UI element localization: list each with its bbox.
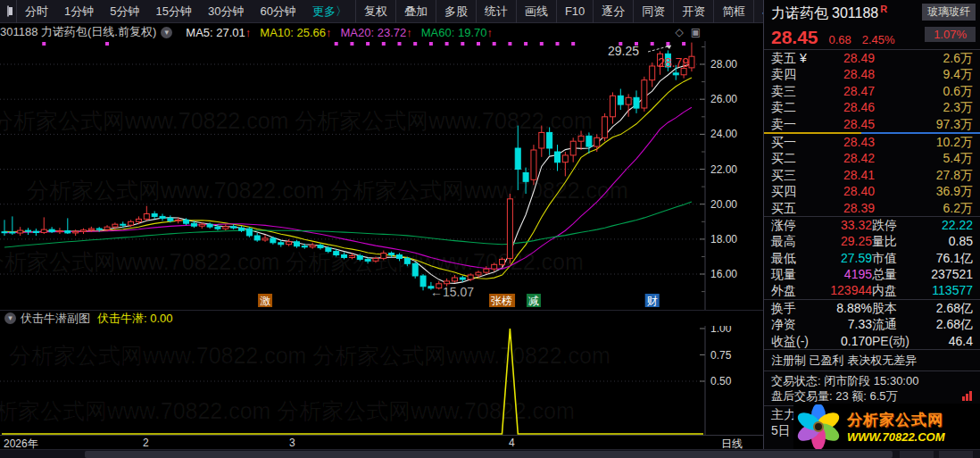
bid-row[interactable]: 买二28.425.4万: [764, 150, 980, 166]
sub-indicator-name: 伏击牛潜副图: [21, 311, 90, 327]
panel-toggle-icon[interactable]: ▣: [691, 26, 701, 38]
scrollbar-button[interactable]: [900, 451, 934, 458]
svg-text:财: 财: [647, 295, 658, 307]
svg-text:分析家公式网www.70822.com 分析家公式网www: 分析家公式网www.70822.com 分析家公式网www.70822.com: [27, 178, 628, 203]
toolbar-period-item[interactable]: 60分钟: [252, 0, 303, 23]
toolbar-period-item[interactable]: 30分钟: [200, 0, 252, 23]
bid-row[interactable]: 买一28.4310.2万: [764, 134, 980, 150]
ask-row[interactable]: 卖四28.489.4万: [764, 66, 980, 82]
toolbar-period-item[interactable]: 5分钟: [102, 0, 147, 23]
ma-label: MA20: 23.72↑: [341, 26, 412, 39]
svg-text:18.00: 18.00: [710, 233, 737, 246]
svg-text:分析家公式网www.70822.com 分析家公式网www: 分析家公式网www.70822.com 分析家公式网www.70822.com: [0, 108, 593, 133]
stock-code: 301188: [832, 5, 878, 21]
listing-flags: 注册制 已盈利 表决权无差异: [764, 350, 980, 371]
toolbar-tool-item[interactable]: 统计: [476, 0, 516, 23]
toolbar-period-item[interactable]: 分时: [16, 0, 56, 23]
svg-text:22.00: 22.00: [710, 163, 737, 176]
svg-text:张榜: 张榜: [491, 295, 512, 307]
toolbar-tool-item[interactable]: 逐分: [593, 0, 633, 23]
ma-label: MA60: 19.70↑: [421, 26, 493, 39]
scrollbar-button[interactable]: [939, 451, 973, 458]
ask-row[interactable]: 卖一28.4597.3万: [764, 116, 980, 132]
stats-block-2: 换手8.88%股本2.68亿净资7.33流通2.68亿收益(-)0.170PE(…: [764, 300, 980, 350]
stat-row: 涨停33.32跌停22.22: [764, 217, 980, 233]
industry-change: 1.07%: [925, 27, 976, 42]
order-book: 卖五 ¥28.492.6万卖四28.489.4万卖三28.470.6万卖二28.…: [764, 50, 980, 217]
toolbar-tool-item[interactable]: F10: [556, 0, 593, 23]
logo-url[interactable]: WWW.70822.COM: [847, 430, 945, 444]
quote-panel: 力诺药包301188R 玻璃玻纤 1.07% 28.45 0.68 2.45% …: [763, 0, 980, 449]
candlestick-chart[interactable]: 分析家公式网www.70822.com 分析家公式网www.70822.com分…: [0, 41, 763, 310]
scrollbar-thumb[interactable]: [85, 451, 893, 458]
logo-title: 分析家公式网: [847, 410, 945, 430]
svg-text:分析家公式网www.70822.com 分析家公式网www: 分析家公式网www.70822.com 分析家公式网www.70822.com: [0, 398, 575, 423]
svg-text:分析家公式网www.70822.com 分析家公式网www: 分析家公式网www.70822.com 分析家公式网www.70822.com: [9, 343, 610, 368]
toolbar-period-item[interactable]: 1分钟: [56, 0, 102, 23]
bar-chart-icon[interactable]: [962, 391, 973, 401]
flower-logo-icon: [793, 404, 845, 449]
diamond-icon[interactable]: ◇: [675, 26, 683, 38]
stat-row: 换手8.88%股本2.68亿: [764, 300, 980, 316]
toolbar-tool-item[interactable]: 开资: [673, 0, 713, 23]
svg-text:24.00: 24.00: [710, 128, 737, 140]
top-toolbar: 分时1分钟5分钟15分钟30分钟60分钟更多〉复权叠加多股统计画线F10逐分同资…: [0, 0, 763, 23]
ask-row[interactable]: 卖五 ¥28.492.6万: [764, 50, 980, 66]
svg-text:激: 激: [260, 295, 270, 307]
svg-text:←15.07: ←15.07: [430, 285, 474, 299]
stat-row: 现量4195总量237521: [764, 266, 980, 282]
ma-legend: MA5: 27.01↑MA10: 25.66↑MA20: 23.72↑MA60:…: [177, 26, 493, 39]
svg-text:1.00: 1.00: [710, 326, 732, 335]
chevron-down-icon[interactable]: ▾: [4, 312, 16, 324]
trading-app-window: 分时1分钟5分钟15分钟30分钟60分钟更多〉复权叠加多股统计画线F10逐分同资…: [0, 0, 980, 458]
industry-tag[interactable]: 玻璃玻纤: [922, 4, 976, 21]
time-axis-label: 2: [143, 437, 149, 449]
ask-row[interactable]: 卖三28.470.6万: [764, 83, 980, 99]
stat-row: 最低27.59市值76.1亿: [764, 250, 980, 266]
toolbar-tool-item[interactable]: 同资: [633, 0, 673, 23]
toolbar-tool-item[interactable]: 简框: [713, 0, 753, 23]
trade-status-block: 交易状态: 闭市阶段 15:30:00 盘后交易量: 23 额: 6.5万: [764, 371, 980, 406]
toolbar-tool-item[interactable]: 多股: [436, 0, 476, 23]
toolbar-tool-item[interactable]: 复权: [355, 0, 395, 23]
ask-row[interactable]: 卖二28.462.3万: [764, 99, 980, 115]
toolbar-period-item[interactable]: 15分钟: [147, 0, 199, 23]
bid-row[interactable]: 买三28.4127.8万: [764, 167, 980, 183]
toolbar-more-button[interactable]: 更多〉: [304, 0, 355, 23]
ma-label: MA5: 27.01↑: [186, 26, 251, 39]
site-logo: 分析家公式网 WWW.70822.COM: [793, 404, 980, 449]
stat-row: 净资7.33流通2.68亿: [764, 316, 980, 332]
chart-title: 301188 力诺药包(日线.前复权): [0, 24, 156, 40]
horizontal-scrollbar[interactable]: [0, 449, 980, 458]
svg-text:0.75: 0.75: [710, 349, 732, 362]
bid-row[interactable]: 买四28.4036.9万: [764, 183, 980, 199]
main-chart-header: 301188 力诺药包(日线.前复权) ▾ MA5: 27.01↑MA10: 2…: [0, 23, 763, 41]
toolbar-tool-item[interactable]: 叠加: [395, 0, 436, 23]
after-hours-line: 盘后交易量: 23 额: 6.5万: [771, 388, 973, 404]
svg-text:29.25: 29.25: [608, 44, 639, 58]
chart-area: 分时1分钟5分钟15分钟30分钟60分钟更多〉复权叠加多股统计画线F10逐分同资…: [0, 0, 763, 449]
trade-status: 交易状态: 闭市阶段 15:30:00: [771, 373, 973, 388]
sub-indicator-chart[interactable]: 分析家公式网www.70822.com 分析家公式网www.70822.com分…: [0, 326, 763, 435]
price-change-pct: 2.45%: [862, 33, 895, 46]
stat-row: 最高29.25量比0.85: [764, 233, 980, 249]
window-layout-icon[interactable]: [7, 5, 9, 17]
svg-text:28.00: 28.00: [710, 58, 737, 71]
sub-indicator-value: 伏击牛潜: 0.00: [97, 311, 173, 327]
toolbar-tool-item[interactable]: 画线: [516, 0, 556, 23]
svg-text:0.50: 0.50: [710, 375, 732, 387]
svg-text:减: 减: [528, 295, 539, 307]
ma-label: MA10: 25.66↑: [260, 26, 331, 39]
svg-text:16.00: 16.00: [710, 268, 737, 280]
sub-indicator-header: ▾ 伏击牛潜副图 伏击牛潜: 0.00: [0, 310, 763, 326]
bid-row[interactable]: 买五28.396.2万: [764, 200, 980, 216]
quote-header: 力诺药包301188R 玻璃玻纤 1.07% 28.45 0.68 2.45%: [764, 0, 980, 50]
chevron-down-icon[interactable]: ▾: [161, 27, 172, 38]
svg-text:分析家公式网www.70822.com 分析家公式网www: 分析家公式网www.70822.com 分析家公式网www.70822.com: [0, 249, 584, 274]
registered-badge: R: [880, 4, 887, 14]
stat-row: 收益(-)0.170PE(动)46.4: [764, 333, 980, 349]
svg-text:20.00: 20.00: [710, 198, 737, 211]
stat-row: 外盘123944内盘113577: [764, 282, 980, 298]
stats-block-1: 涨停33.32跌停22.22最高29.25量比0.85最低27.59市值76.1…: [764, 217, 980, 300]
svg-text:26.00: 26.00: [710, 93, 737, 105]
